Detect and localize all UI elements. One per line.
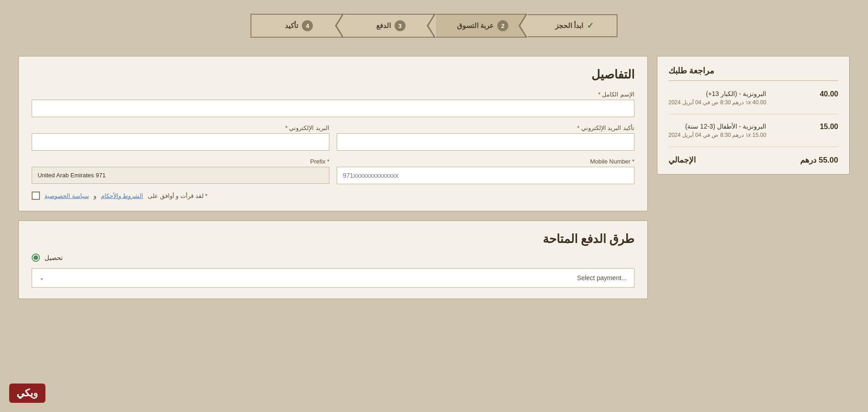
right-panels: التفاصيل الإسم الكامل * تأكيد البريد الإ… — [18, 56, 648, 299]
step4-number: 4 — [302, 20, 313, 31]
step3-number: 3 — [395, 20, 406, 31]
select-payment-label: Select payment... — [577, 274, 627, 282]
email-label: البريد الإلكتروني * — [32, 124, 329, 131]
order-review-title: مراجعة طلبك — [668, 66, 838, 81]
prefix-dropdown[interactable]: United Arab Emirates 971 — [32, 167, 329, 184]
email-input[interactable] — [32, 133, 329, 151]
payment-radio[interactable] — [32, 254, 40, 262]
email-confirm-group: تأكيد البريد الإلكتروني * — [337, 124, 634, 151]
order-item: 40.00 البرونزية - (الكبار 13+) ١x 40.00 … — [668, 90, 838, 114]
prefix-group: * Prefix United Arab Emirates 971 — [32, 158, 329, 184]
logo: ويكي — [9, 384, 45, 403]
main-content: مراجعة طلبك 40.00 البرونزية - (الكبار 13… — [18, 56, 850, 299]
terms-text: * لقد قرأت و أوافق على — [148, 192, 207, 199]
full-name-group: الإسم الكامل * — [32, 91, 634, 117]
mobile-row: * Mobile Number * Prefix United Arab Emi… — [32, 158, 634, 184]
item1-price: 40.00 — [820, 90, 838, 98]
select-payment-dropdown[interactable]: ⌄ Select payment... — [32, 268, 634, 288]
item2-name: البرونزية - الأطفال (3-12 سنة) — [668, 123, 766, 130]
radio-inner — [33, 255, 38, 260]
order-total: 55.00 درهم الإجمالي — [668, 155, 838, 165]
privacy-link[interactable]: سياسة الخصوصية — [45, 192, 89, 199]
step-book[interactable]: ✓ ابدأ الحجز — [526, 14, 618, 37]
item1-info: البرونزية - (الكبار 13+) ١x 40.00 درهم 8… — [668, 90, 766, 106]
prefix-label: * Prefix — [32, 158, 329, 165]
payment-option[interactable]: تحصيل — [32, 254, 634, 262]
item1-name: البرونزية - (الكبار 13+) — [668, 90, 766, 97]
step-cart[interactable]: 2 عربة التسوق — [434, 14, 526, 38]
chevron-down-icon: ⌄ — [39, 275, 44, 281]
and-text: و — [94, 192, 96, 199]
item2-price: 15.00 — [820, 123, 838, 131]
terms-checkbox[interactable] — [32, 192, 40, 200]
terms-row: * لقد قرأت و أوافق على الشروط والأحكام و… — [32, 192, 634, 200]
step2-label: عربة التسوق — [457, 22, 494, 30]
payment-title: طرق الدفع المتاحة — [32, 232, 634, 246]
email-confirm-input[interactable] — [337, 133, 634, 151]
terms-link[interactable]: الشروط والأحكام — [101, 192, 144, 199]
order-review-panel: مراجعة طلبك 40.00 البرونزية - (الكبار 13… — [657, 56, 850, 175]
full-name-row: الإسم الكامل * — [32, 91, 634, 117]
step4-label: تأكيد — [285, 22, 298, 30]
payment-option-label: تحصيل — [45, 254, 63, 261]
details-panel: التفاصيل الإسم الكامل * تأكيد البريد الإ… — [18, 56, 648, 211]
step1-label: ابدأ الحجز — [555, 22, 583, 30]
email-row: تأكيد البريد الإلكتروني * البريد الإلكتر… — [32, 124, 634, 151]
order-item: 15.00 البرونزية - الأطفال (3-12 سنة) ١x … — [668, 123, 838, 147]
total-label: الإجمالي — [668, 155, 696, 165]
step2-number: 2 — [497, 20, 508, 31]
full-name-input[interactable] — [32, 100, 634, 117]
details-title: التفاصيل — [32, 68, 634, 82]
item1-detail: ١x 40.00 درهم 8:30 ص في 04 أبريل 2024 — [668, 99, 766, 106]
step-payment[interactable]: 3 الدفع — [342, 14, 434, 38]
item2-detail: ١x 15.00 درهم 8:30 ص في 04 أبريل 2024 — [668, 132, 766, 138]
item2-info: البرونزية - الأطفال (3-12 سنة) ١x 15.00 … — [668, 123, 766, 138]
step-confirm[interactable]: 4 تأكيد — [250, 14, 342, 38]
mobile-label: * Mobile Number — [337, 158, 634, 165]
email-confirm-label: تأكيد البريد الإلكتروني * — [337, 124, 634, 131]
progress-bar: ✓ ابدأ الحجز 2 عربة التسوق 3 الدفع 4 تأك… — [18, 14, 850, 38]
mobile-input[interactable] — [337, 167, 634, 184]
step3-label: الدفع — [376, 22, 391, 30]
email-group: البريد الإلكتروني * — [32, 124, 329, 151]
payment-panel: طرق الدفع المتاحة تحصيل ⌄ Select payment… — [18, 220, 648, 299]
step-check-icon: ✓ — [587, 21, 594, 31]
total-amount: 55.00 درهم — [800, 155, 838, 165]
full-name-label: الإسم الكامل * — [32, 91, 634, 98]
mobile-group: * Mobile Number — [337, 158, 634, 184]
